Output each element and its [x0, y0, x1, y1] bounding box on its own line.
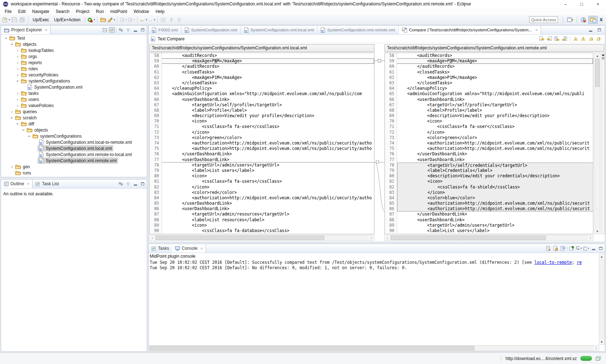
code-line[interactable]: 64 </cleanupPolicy>: [385, 86, 593, 91]
focus-task-icon[interactable]: [118, 181, 124, 187]
open-perspective-button[interactable]: [566, 16, 575, 24]
open-resource-button[interactable]: [100, 16, 107, 24]
tab-task-list[interactable]: Task List: [32, 179, 62, 188]
word-wrap-icon[interactable]: [560, 245, 566, 251]
code-line[interactable]: 61 <closedTasks>: [385, 70, 593, 75]
code-line[interactable]: 77 <userDashboardLink>: [385, 157, 593, 163]
tree-item[interactable]: runs: [1, 170, 146, 176]
diff-marker[interactable]: [602, 57, 604, 59]
close-icon[interactable]: ×: [535, 28, 537, 32]
tree-item[interactable]: ›diff: [1, 121, 146, 127]
menu-project[interactable]: Project: [73, 8, 92, 15]
copy-current-left-to-right-button[interactable]: [554, 36, 560, 42]
tree-item[interactable]: ›systemConfigurations: [1, 78, 146, 84]
tree-item-row[interactable]: securityPolicies: [20, 72, 60, 78]
tree-item-row[interactable]: queries: [14, 108, 38, 115]
code-line[interactable]: 59 <maxAge>P3M</maxAge>: [385, 58, 593, 64]
tree-item[interactable]: ›roles: [1, 66, 146, 72]
scroll-left-icon[interactable]: ‹: [385, 235, 390, 240]
menu-file[interactable]: File: [1, 8, 15, 15]
xml-transform-tool-button[interactable]: [176, 16, 183, 24]
back-dropdown-icon[interactable]: ▾: [146, 18, 147, 21]
tree-item-row[interactable]: XSystemConfiguration.xml.remote-to-local…: [38, 151, 133, 157]
display-console-icon[interactable]: ▾: [576, 245, 582, 251]
tree-item[interactable]: ›securityPolicies: [1, 72, 146, 78]
code-line[interactable]: 68 <label>Profile</label>: [385, 108, 593, 113]
up-ex-action-button[interactable]: Up/Ex+Action: [52, 16, 83, 24]
minimize-editor-icon[interactable]: [588, 27, 593, 33]
tree-item[interactable]: ›orgs: [1, 53, 146, 59]
code-line[interactable]: 73 <color>green</color>: [385, 135, 593, 141]
code-line[interactable]: 87 <targetUrl>/admin/resources</targetUr…: [150, 212, 374, 217]
code-line[interactable]: 86 <userDashboardLink>: [150, 206, 374, 212]
code-line[interactable]: 71 <cssClass>fa fa-user</cssClass>: [150, 124, 374, 129]
console-link[interactable]: re: [577, 260, 582, 265]
tree-item-row[interactable]: gen: [14, 164, 31, 170]
menu-navigate[interactable]: Navigate: [29, 8, 52, 15]
next-change-button[interactable]: [588, 36, 594, 42]
new-wizard-dropdown-icon[interactable]: ▾: [9, 18, 10, 21]
code-line[interactable]: 89 <targetUrl>/admin/users</targetUrl>: [385, 223, 593, 228]
scroll-right-icon[interactable]: ›: [588, 235, 593, 240]
code-line[interactable]: 79 <label>List users</label>: [150, 168, 374, 173]
tree-item-row[interactable]: XSystemConfiguration.xml.remote.xml: [38, 157, 118, 164]
expander-collapsed-icon[interactable]: ›: [15, 91, 20, 96]
up-exec-button[interactable]: Up/Exec: [31, 16, 51, 24]
compare-vertical-scrollbar[interactable]: ▲ ▼: [594, 53, 600, 234]
next-annotation-button[interactable]: ▾: [120, 16, 127, 24]
tree-item-row[interactable]: runs: [14, 170, 32, 176]
code-line[interactable]: 58 <auditRecords>: [150, 53, 374, 58]
maximize-view-icon[interactable]: [140, 27, 145, 33]
editor-tab[interactable]: XF0002.xml: [149, 26, 181, 34]
code-line[interactable]: 88 <userDashboardLink>: [385, 217, 593, 223]
menu-help[interactable]: Help: [152, 8, 168, 15]
tree-item[interactable]: ›users: [1, 96, 146, 102]
menu-edit[interactable]: Edit: [15, 8, 29, 15]
scroll-down-icon[interactable]: ▼: [599, 339, 604, 345]
tree-item[interactable]: XSystemConfiguration.xml.remote.xml: [1, 157, 146, 164]
scroll-up-icon[interactable]: ▲: [595, 53, 600, 58]
scrollbar-thumb[interactable]: [391, 236, 546, 240]
back-button[interactable]: ← ▾: [140, 16, 147, 24]
tree-item-row[interactable]: objects: [14, 41, 38, 47]
java-perspective-button[interactable]: J: [579, 16, 588, 24]
open-console-icon[interactable]: ▾: [583, 245, 589, 251]
code-line[interactable]: 88 <label>List resources</label>: [150, 217, 374, 223]
focus-task-icon[interactable]: [118, 27, 124, 33]
tree-item[interactable]: ›Test: [1, 35, 146, 41]
scroll-right-icon[interactable]: ›: [593, 346, 599, 351]
expander-expanded-icon[interactable]: ›: [16, 121, 20, 126]
forward-button[interactable]: → ▾: [148, 16, 155, 24]
code-line[interactable]: 60 </auditRecords>: [150, 64, 374, 69]
new-wizard-button[interactable]: ▾: [2, 16, 10, 24]
scroll-left-icon[interactable]: ‹: [150, 235, 155, 240]
tree-item[interactable]: ›lookupTables: [1, 47, 146, 53]
compare-left-pane[interactable]: 58 <auditRecords>59 <maxAge>P6M</maxAge>…: [149, 53, 374, 234]
progress-view-icon[interactable]: [596, 356, 601, 361]
minimize-view-icon[interactable]: [132, 27, 138, 33]
editor-tab[interactable]: Compare ('Test/scratch/diff/objects/syst…: [399, 26, 541, 34]
code-line[interactable]: 76 </userDashboardLink>: [385, 151, 593, 157]
xml-grid-tool-button[interactable]: [160, 16, 167, 24]
expander-expanded-icon[interactable]: ›: [16, 79, 20, 84]
scroll-up-icon[interactable]: ▲: [599, 254, 604, 259]
tree-item-row[interactable]: XSystemConfiguration.xml: [26, 84, 84, 90]
code-line[interactable]: 64 </cleanupPolicy>: [150, 86, 374, 91]
expander-collapsed-icon[interactable]: ›: [15, 103, 20, 108]
tree-item-row[interactable]: roles: [20, 66, 39, 72]
console-horizontal-scrollbar[interactable]: ›: [149, 345, 599, 351]
code-line[interactable]: 84 <color>blue</color>: [385, 195, 593, 201]
copy-all-left-to-right-button[interactable]: [539, 36, 545, 42]
save-button[interactable]: [11, 16, 18, 24]
menu-window[interactable]: Window: [131, 8, 153, 15]
expander-expanded-icon[interactable]: ›: [21, 128, 26, 133]
save-all-button[interactable]: [19, 16, 26, 24]
scroll-lock-icon[interactable]: [553, 245, 558, 251]
left-pane-hscrollbar[interactable]: ‹ ›: [149, 235, 374, 241]
code-line[interactable]: 90 <label>List users</label>: [385, 228, 593, 234]
tree-item-row[interactable]: scratch: [14, 115, 38, 121]
code-line[interactable]: 85 <authorization>http://midpoint.evolve…: [385, 201, 593, 206]
code-line[interactable]: 87 </userDashboardLink>: [385, 212, 593, 217]
menu-search[interactable]: Search: [52, 8, 73, 15]
editor-tab[interactable]: XSystemConfiguration.xml.local.xml: [241, 26, 318, 34]
